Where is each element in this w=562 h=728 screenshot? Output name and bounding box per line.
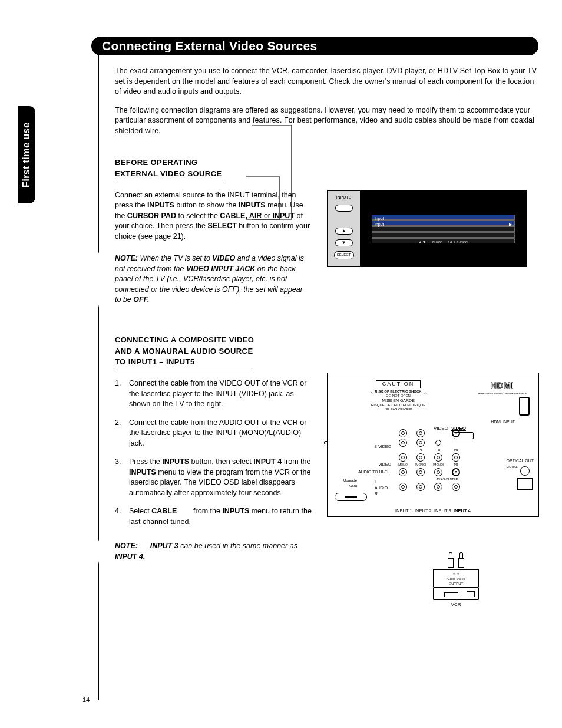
jack-icon (416, 468, 425, 476)
jack-icon (399, 453, 407, 462)
step-2: Connect the cable from the AUDIO OUT of … (115, 418, 312, 449)
osd-row-1: Input (372, 215, 515, 220)
section1-text: Connect an external source to the INPUT … (115, 190, 312, 311)
jack-icon (452, 453, 460, 462)
osd-remote-buttons: INPUTS ▲ ▼ SELECT (328, 191, 360, 266)
jack-icon (452, 429, 460, 437)
jack-icon (416, 429, 425, 437)
input3-label: INPUT 3 (434, 508, 451, 515)
page-content: The exact arrangement you use to connect… (115, 66, 539, 608)
jack-icon (434, 468, 442, 476)
jack-icon (434, 453, 442, 462)
osd-row-2: Input▶ (372, 220, 515, 226)
optical-jack-icon (520, 466, 530, 476)
step-4: Select CABLE from the INPUTS menu to ret… (115, 506, 312, 527)
vcr-slot-icon (444, 592, 458, 597)
intro-p2: The following connection diagrams are of… (115, 106, 539, 137)
osd-row-3 (372, 226, 515, 232)
section2-heading-l3: TO INPUT1 – INPUT5 (115, 357, 195, 366)
jack-icon (399, 483, 407, 491)
note-label: NOTE: (115, 254, 138, 262)
step-3: Press the INPUTS button, then select INP… (115, 457, 312, 498)
tv-back-panel: CAUTION ⚠RISK OF ELECTRIC SHOCKDO NOT OP… (327, 373, 539, 517)
note2-label: NOTE: (115, 542, 138, 550)
side-tab-label: First time use (19, 122, 34, 187)
osd-panel: INPUTS ▲ ▼ SELECT Input Input▶ ▲▼MoveSEL… (327, 190, 527, 267)
section1-note: NOTE: When the TV is set to VIDEO and a … (98, 248, 312, 311)
video-row-label: VIDEO (362, 462, 391, 467)
section1-columns: Connect an external source to the INPUT … (115, 190, 539, 311)
rca-plug-icon (447, 552, 454, 570)
jack-icon (452, 468, 460, 476)
section2-note: NOTE: INPUT 3 can be used in the same ma… (98, 535, 312, 568)
hdmi-logo: HDMI HIGH-DEFINITION MULTIMEDIA INTERFAC… (478, 380, 527, 395)
jack-small-icon (435, 440, 441, 446)
jack-icon (399, 439, 407, 447)
osd-select-button: SELECT (334, 251, 354, 259)
input2-label: INPUT 2 (415, 508, 432, 515)
intro-p1: The exact arrangement you use to connect… (115, 66, 539, 97)
osd-screen: Input Input▶ ▲▼MoveSEL Select (360, 191, 527, 266)
section2-steps: Connect the cable from the VIDEO OUT of … (115, 378, 312, 527)
vcr-controls-icon (467, 591, 475, 597)
page-number: 14 (82, 696, 90, 704)
osd-row-4 (372, 232, 515, 238)
jack-icon (434, 483, 442, 491)
audio-label: L AUDIO R (375, 479, 388, 496)
section1-figure: INPUTS ▲ ▼ SELECT Input Input▶ ▲▼MoveSEL… (327, 190, 539, 311)
section1-para: Connect an external source to the INPUT … (115, 190, 312, 242)
osd-up-button: ▲ (335, 228, 353, 235)
svideo-label: S-VIDEO (362, 444, 391, 450)
margin-rule (98, 37, 99, 700)
rca-plug-icon (458, 552, 465, 570)
vcr-unit-icon (433, 587, 479, 600)
osd-hint: ▲▼MoveSEL Select (372, 238, 515, 243)
step-1: Connect the cable from the VIDEO OUT of … (115, 378, 312, 410)
optical-label: OPTICAL OUTDIGITAL (507, 458, 534, 470)
section1-heading-l1: BEFORE OPERATING (115, 158, 198, 167)
panel-edge-notch (324, 441, 328, 444)
osd-down-button: ▼ (335, 239, 353, 246)
osd-inputs-label: INPUTS (336, 195, 352, 200)
vcr-label: VCR (433, 601, 479, 608)
section1-heading-l2: EXTERNAL VIDEO SOURCE (115, 169, 222, 178)
vcr-output-panel: ● ● Audio Video OUTPUT (433, 569, 479, 587)
note2-body: INPUT 3 can be used in the same manner a… (115, 542, 297, 561)
jack-grid: PBPBPB (MONO)(MONO)(MONO)PR TV AS CENTER (395, 429, 464, 491)
jack-icon (399, 468, 407, 476)
note-body: When the TV is set to VIDEO and a video … (115, 254, 304, 304)
section1-heading: BEFORE OPERATING EXTERNAL VIDEO SOURCE (115, 157, 222, 182)
jack-icon (416, 439, 425, 447)
section2-text: Connect the cable from the VIDEO OUT of … (115, 378, 312, 608)
audio-hifi-label: AUDIO TO HI-FI (358, 469, 388, 475)
section2-heading-l2: AND A MONAURAL AUDIO SOURCE (115, 347, 253, 355)
input1-label: INPUT 1 (395, 508, 412, 515)
jack-icon (452, 483, 460, 491)
input4-label: INPUT 4 (454, 508, 471, 515)
rca-plugs (433, 552, 479, 570)
hdmi-port (519, 397, 530, 416)
section2-figure: CAUTION ⚠RISK OF ELECTRIC SHOCKDO NOT OP… (327, 373, 539, 608)
section-title-bar: Connecting External Video Sources (91, 37, 538, 55)
vcr-diagram: ● ● Audio Video OUTPUT VCR (433, 552, 479, 608)
section2-heading: CONNECTING A COMPOSITE VIDEO AND A MONAU… (115, 335, 254, 371)
optical-box-icon (517, 478, 533, 490)
hdmi-input-label: HDMI INPUT (491, 419, 515, 425)
upgrade-card-slot (335, 493, 367, 501)
section-title: Connecting External Video Sources (102, 37, 317, 54)
osd-inputs-button (335, 205, 353, 212)
intro-block: The exact arrangement you use to connect… (115, 66, 539, 136)
section2-heading-l1: CONNECTING A COMPOSITE VIDEO (115, 335, 254, 344)
side-tab: First time use (18, 106, 35, 203)
jack-icon (399, 429, 407, 437)
jack-icon (416, 453, 425, 462)
caution-label: CAUTION ⚠RISK OF ELECTRIC SHOCKDO NOT OP… (368, 380, 429, 420)
upgrade-label: Upgrade Card (339, 478, 357, 488)
jack-icon (416, 483, 425, 491)
section2-columns: Connect the cable from the VIDEO OUT of … (115, 378, 539, 608)
